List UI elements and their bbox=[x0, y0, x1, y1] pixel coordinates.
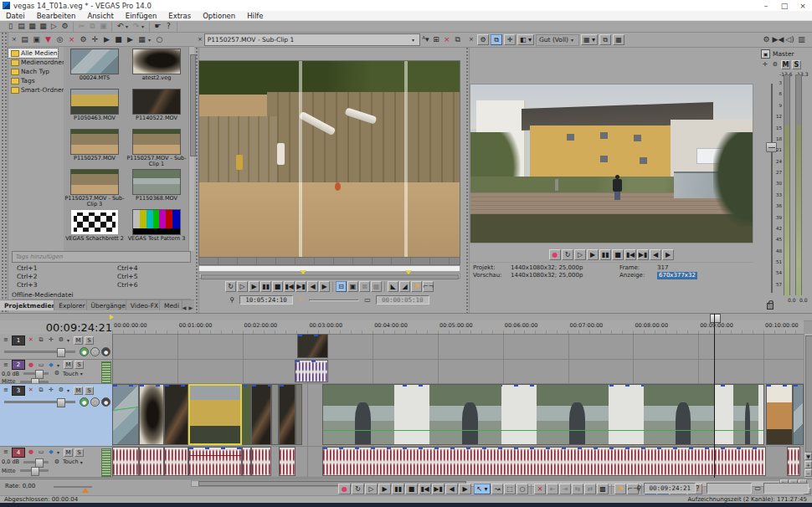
properties-icon[interactable]: ⚙ bbox=[59, 22, 70, 32]
interactive-tutorials-icon[interactable]: ☛ bbox=[152, 22, 163, 32]
arm-record-icon[interactable]: ● bbox=[27, 448, 35, 458]
frame-back-icon[interactable]: ◀ bbox=[650, 249, 661, 260]
save-as-icon[interactable]: ▦ bbox=[38, 22, 49, 32]
compositing-gear-icon[interactable]: ⚙ bbox=[57, 386, 65, 396]
timeline-audio-clip[interactable] bbox=[112, 447, 139, 476]
loop-region-marker-icon[interactable] bbox=[110, 315, 114, 320]
playhead-handle[interactable] bbox=[710, 314, 721, 323]
add-to-project-icon[interactable]: ⊞ bbox=[431, 35, 442, 45]
track-3-content[interactable] bbox=[112, 384, 804, 447]
volume-slider[interactable] bbox=[23, 461, 49, 463]
go-to-end-icon[interactable]: ▶▮ bbox=[432, 484, 445, 494]
media-scrollbar[interactable] bbox=[188, 47, 194, 251]
io-routing-icon[interactable]: ▭ bbox=[37, 448, 45, 458]
import-media-icon[interactable]: ▣ bbox=[31, 34, 42, 44]
frame-fwd-icon[interactable]: ▶ bbox=[662, 249, 674, 260]
zoom-out-vertical-icon[interactable]: − bbox=[804, 469, 812, 477]
media-item[interactable]: VEGAS Schachbrett 2 bbox=[64, 207, 126, 248]
envelope-edit-tool[interactable]: ↝ bbox=[491, 484, 503, 494]
split-icon[interactable]: ✕ bbox=[534, 484, 546, 494]
offline-media-row[interactable]: Offline-Mediendatei bbox=[12, 291, 191, 300]
selection-edit-tool[interactable]: ⬚ bbox=[504, 484, 516, 494]
trim-end-icon[interactable]: ⇥ bbox=[559, 484, 571, 494]
abc-history-icon[interactable]: ᴬ▾ bbox=[420, 35, 431, 45]
preview-grip-icon[interactable]: × bbox=[467, 35, 475, 45]
track-solo-button[interactable]: S bbox=[85, 336, 94, 345]
track-drag-handle[interactable]: ≡ bbox=[2, 448, 10, 458]
timeline-timecode-display[interactable]: 00:09:24:21 bbox=[0, 320, 116, 335]
timeline-clip[interactable] bbox=[793, 384, 804, 445]
whats-this-help-icon[interactable]: ? bbox=[163, 22, 174, 32]
bypass-motion-blur-icon[interactable]: ✕ bbox=[27, 335, 35, 346]
media-item[interactable]: P1150257.MOV - Sub-Clip 3 bbox=[64, 167, 126, 207]
undo-icon[interactable]: ↶ bbox=[115, 22, 126, 32]
composite-mode-icon[interactable]: ● bbox=[80, 397, 89, 407]
timeline-audio-clip-long[interactable] bbox=[322, 447, 766, 476]
master-pan-icon[interactable]: ✛ bbox=[761, 60, 769, 70]
split-screen-icon[interactable]: ◧ ▾ bbox=[517, 34, 534, 45]
render-icon[interactable]: ▷ bbox=[49, 22, 59, 32]
timeline-audio-clip[interactable] bbox=[242, 447, 251, 476]
marker-field[interactable] bbox=[707, 483, 752, 494]
media-properties-icon[interactable]: ⚙ bbox=[78, 34, 89, 44]
overlays-icon[interactable]: ▦ ▾ bbox=[581, 34, 598, 45]
lock-icon[interactable]: ▩ bbox=[597, 484, 609, 494]
trimmer-length-timecode[interactable]: 00:00:05:10 bbox=[376, 295, 429, 305]
track-solo-button[interactable]: S bbox=[85, 387, 94, 395]
create-subclip-icon[interactable]: ⊟ bbox=[336, 281, 347, 292]
speaker-icon[interactable]: ◁) bbox=[784, 35, 795, 45]
frame-fwd-icon[interactable]: ▶ bbox=[459, 484, 471, 494]
lock-fader-icon[interactable] bbox=[767, 303, 773, 310]
mixer-view-icon[interactable]: ▥ bbox=[796, 35, 807, 45]
cursor-timecode-field[interactable]: 00:09:24:21 bbox=[644, 483, 696, 494]
maximize-button[interactable]: □ bbox=[775, 2, 794, 10]
timeline-clip[interactable] bbox=[279, 384, 296, 445]
track-3-header[interactable]: ≡ 3 ✕ ⧉ ✛ ⚙▾ M S ● ◌ ● bbox=[0, 384, 113, 447]
timeline-clip[interactable] bbox=[296, 384, 302, 445]
trimmer-video-display[interactable] bbox=[198, 60, 460, 258]
menu-item[interactable]: Bearbeiten bbox=[31, 12, 82, 20]
trimmer-frame-fwd-icon[interactable]: ▶ bbox=[319, 281, 330, 292]
menu-item[interactable]: Einfügen bbox=[120, 12, 163, 20]
slip-icon[interactable]: ⇆ bbox=[572, 484, 583, 494]
media-stop-icon[interactable]: ■ bbox=[113, 34, 124, 44]
capture-video-icon[interactable]: ▼ bbox=[43, 34, 54, 44]
track-fx-icon[interactable]: ✛ bbox=[47, 335, 55, 346]
timeline-clip[interactable] bbox=[295, 360, 328, 382]
track-1-header[interactable]: ≡ 1 ✕ ⧉ ✛ ⚙▾ M S ● ◌ ● bbox=[0, 334, 113, 360]
scroll-down-icon[interactable]: ▼ bbox=[804, 453, 812, 460]
play-from-start-icon[interactable]: ▷ bbox=[365, 484, 378, 494]
stop-icon[interactable]: ■ bbox=[405, 484, 418, 494]
trimmer-frame-back-icon[interactable]: ◀ bbox=[307, 281, 318, 292]
preview-video-display[interactable] bbox=[470, 84, 753, 243]
pan-slider[interactable] bbox=[20, 381, 49, 383]
tab-explorer[interactable]: Explorer bbox=[54, 300, 86, 310]
trimmer-cursor-timecode[interactable]: 10:05:24:10 bbox=[239, 295, 293, 305]
arm-record-icon[interactable]: ● bbox=[27, 360, 35, 370]
media-item[interactable]: P1140522.MOV bbox=[126, 87, 188, 127]
cut-icon[interactable]: ✂ bbox=[76, 22, 87, 32]
redo-icon[interactable]: ↷ bbox=[131, 22, 141, 32]
zoom-in-vertical-icon[interactable]: + bbox=[804, 461, 812, 469]
redo-dropdown[interactable]: ▾ bbox=[141, 23, 146, 29]
track-mute-button[interactable]: M bbox=[64, 448, 73, 457]
play-icon[interactable]: ▶ bbox=[378, 484, 391, 494]
menu-item[interactable]: Datei bbox=[0, 12, 31, 20]
tabs-scroll-left-icon[interactable]: ◀ bbox=[182, 305, 187, 310]
timeline-audio-clip[interactable] bbox=[787, 447, 800, 476]
bypass-motion-blur-icon[interactable]: ✕ bbox=[27, 386, 35, 396]
track-mute-button[interactable]: M bbox=[64, 361, 73, 369]
search-icon[interactable]: ○ bbox=[154, 34, 165, 44]
track-4-content[interactable] bbox=[112, 447, 804, 478]
save-snapshot-icon[interactable]: ▦ bbox=[613, 34, 624, 45]
trimmer-stop-icon[interactable]: ■ bbox=[272, 281, 283, 292]
media-item[interactable]: P1050463.MOV bbox=[64, 87, 126, 127]
media-autoplay-icon[interactable]: ▶ bbox=[125, 34, 136, 44]
reverse-subclip-icon[interactable]: ⊠ bbox=[359, 281, 370, 292]
go-to-start-icon[interactable]: ▮◀ bbox=[419, 484, 431, 494]
media-item[interactable]: P1150257.MOV - Sub-Clip 1 bbox=[126, 127, 188, 167]
loop-playback-icon[interactable]: ↻ bbox=[562, 249, 573, 260]
trimmer-go-end-icon[interactable]: ▶▮ bbox=[296, 281, 306, 292]
folder-nach-typ[interactable]: Nach Typ bbox=[8, 67, 64, 76]
stop-icon[interactable]: ■ bbox=[612, 249, 624, 260]
